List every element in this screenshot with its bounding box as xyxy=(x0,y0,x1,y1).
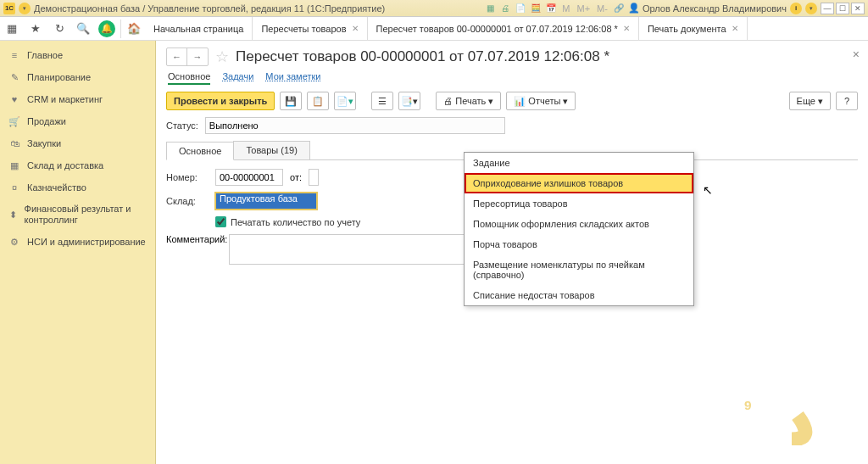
forward-button[interactable]: → xyxy=(187,48,208,65)
toolbar-icon[interactable]: 📅 xyxy=(545,3,557,14)
status-label: Статус: xyxy=(166,120,198,131)
watermark: 9 xyxy=(732,327,851,447)
svg-text:9: 9 xyxy=(744,398,752,412)
tab-recounts[interactable]: Пересчеты товаров✕ xyxy=(253,17,367,40)
sidebar: ≡Главное ✎Планирование ♥CRM и маркетинг … xyxy=(0,41,156,464)
close-icon[interactable]: ✕ xyxy=(352,24,359,33)
number-input[interactable] xyxy=(215,169,283,186)
history-icon[interactable]: ↻ xyxy=(47,20,71,38)
cursor-icon: ↖ xyxy=(703,183,713,197)
warehouse-label: Склад: xyxy=(166,196,209,206)
favorite-icon[interactable]: ★ xyxy=(24,20,47,38)
checkbox-input[interactable] xyxy=(215,216,226,227)
comment-label: Комментарий: xyxy=(166,234,222,244)
status-input[interactable] xyxy=(205,117,505,134)
chart-icon: ⬍ xyxy=(8,209,18,221)
favorite-star-icon[interactable]: ☆ xyxy=(215,48,229,66)
create-based-dropdown: Задание Оприходование излишков товаров П… xyxy=(464,152,694,306)
reports-button[interactable]: 📊 Отчеты ▾ xyxy=(506,92,576,110)
boxes-icon: ▦ xyxy=(8,159,20,171)
save-button[interactable]: 💾 xyxy=(280,92,302,110)
pencil-icon: ✎ xyxy=(8,71,20,83)
sidebar-item-main[interactable]: ≡Главное xyxy=(0,44,155,66)
sidebar-item-sales[interactable]: 🛒Продажи xyxy=(0,110,155,132)
sidebar-item-nsi[interactable]: ⚙НСИ и администрирование xyxy=(0,231,155,253)
toolbar-icon[interactable]: 🧮 xyxy=(530,3,542,14)
minimize-button[interactable]: — xyxy=(821,3,834,14)
subtab-notes[interactable]: Мои заметки xyxy=(265,71,320,85)
menu-item-placement[interactable]: Размещение номенклатуры по ячейкам (спра… xyxy=(465,254,693,285)
tab-print-doc[interactable]: Печать документа✕ xyxy=(639,17,748,40)
sidebar-item-planning[interactable]: ✎Планирование xyxy=(0,66,155,88)
money-icon: ¤ xyxy=(8,182,20,193)
toolbar-icon[interactable]: 🖨 xyxy=(499,3,511,14)
menu-item-surplus[interactable]: Оприходование излишков товаров xyxy=(465,173,693,193)
back-button[interactable]: ← xyxy=(167,48,187,65)
close-icon[interactable]: ✕ xyxy=(623,24,630,33)
copy-button[interactable]: 📑▾ xyxy=(398,92,420,110)
app-icon: 1C xyxy=(3,3,15,14)
subtab-tasks[interactable]: Задачи xyxy=(222,71,253,85)
tab-home[interactable]: Начальная страница xyxy=(145,17,253,40)
menu-item-regrade[interactable]: Пересортица товаров xyxy=(465,193,693,214)
search-icon[interactable]: 🔍 xyxy=(71,20,95,38)
menu-item-wizard[interactable]: Помощник оформления складских актов xyxy=(465,214,693,234)
apps-icon[interactable]: ▦ xyxy=(0,20,24,38)
sidebar-item-warehouse[interactable]: ▦Склад и доставка xyxy=(0,154,155,176)
info-icon[interactable]: i xyxy=(790,3,802,14)
print-button[interactable]: 🖨 Печать ▾ xyxy=(436,92,501,110)
heart-icon: ♥ xyxy=(8,93,20,105)
maximize-button[interactable]: ☐ xyxy=(836,3,849,14)
titlebar: 1C ▾ Демонстрационная база / Управление … xyxy=(0,0,868,17)
link-icon[interactable]: 🔗 xyxy=(613,3,625,14)
content-area: 9 × ← → ☆ Пересчет товаров 00-00000001 о… xyxy=(156,41,868,464)
sidebar-item-treasury[interactable]: ¤Казначейство xyxy=(0,176,155,198)
close-window-button[interactable]: ✕ xyxy=(851,3,865,14)
sidebar-item-finance[interactable]: ⬍Финансовый результат и контроллинг xyxy=(0,198,155,231)
user-name: Орлов Александр Владимирович xyxy=(643,3,787,14)
tab-recount-doc[interactable]: Пересчет товаров 00-00000001 от 07.07.20… xyxy=(368,17,639,40)
menu-icon: ≡ xyxy=(8,49,20,61)
window-title: Демонстрационная база / Управление торго… xyxy=(34,3,385,14)
help-button[interactable]: ? xyxy=(836,92,858,110)
sidebar-item-purchases[interactable]: 🛍Закупки xyxy=(0,132,155,154)
post-button[interactable]: 📋 xyxy=(307,92,329,110)
post-and-close-button[interactable]: Провести и закрыть xyxy=(166,92,275,110)
bag-icon: 🛍 xyxy=(8,137,20,149)
subtab-main[interactable]: Основное xyxy=(168,71,210,85)
date-input[interactable] xyxy=(309,169,319,186)
home-icon[interactable]: 🏠 xyxy=(123,22,145,35)
menu-item-task[interactable]: Задание xyxy=(465,153,693,173)
toolbar-icon[interactable]: ▦ xyxy=(484,3,496,14)
from-label: от: xyxy=(290,172,302,182)
create-based-button[interactable]: 📄▾ xyxy=(334,92,356,110)
subtabs: Основное Задачи Мои заметки xyxy=(166,71,858,85)
close-page-button[interactable]: × xyxy=(853,48,860,61)
app-dropdown-icon[interactable]: ▾ xyxy=(19,3,31,14)
list-button[interactable]: ☰ xyxy=(371,92,393,110)
nav-buttons: ← → xyxy=(166,48,209,66)
user-icon: 👤 xyxy=(628,3,640,14)
m-plus-label[interactable]: M+ xyxy=(577,3,591,14)
formtab-goods[interactable]: Товары (19) xyxy=(233,141,309,159)
number-label: Номер: xyxy=(166,172,209,182)
gear-icon: ⚙ xyxy=(8,236,20,248)
sidebar-item-crm[interactable]: ♥CRM и маркетинг xyxy=(0,88,155,110)
m-label[interactable]: M xyxy=(562,3,570,14)
m-minus-label[interactable]: M- xyxy=(597,3,608,14)
command-bar: Провести и закрыть 💾 📋 📄▾ ☰ 📑▾ 🖨 Печать … xyxy=(166,92,858,110)
user-block[interactable]: 👤 Орлов Александр Владимирович xyxy=(628,3,787,14)
notifications-icon[interactable]: 🔔 xyxy=(95,20,119,38)
toolbar-icon[interactable]: 📄 xyxy=(515,3,526,14)
menu-item-writeoff[interactable]: Списание недостач товаров xyxy=(465,285,693,305)
more-button[interactable]: Еще ▾ xyxy=(789,92,831,110)
main-toolbar: ▦ ★ ↻ 🔍 🔔 🏠 Начальная страница Пересчеты… xyxy=(0,17,868,41)
cart-icon: 🛒 xyxy=(8,115,20,127)
print-qty-checkbox[interactable]: Печатать количество по учету xyxy=(215,216,360,227)
page-title: Пересчет товаров 00-00000001 от 07.07.20… xyxy=(236,48,609,65)
warehouse-input[interactable]: Продуктовая база xyxy=(215,193,317,210)
menu-item-damage[interactable]: Порча товаров xyxy=(465,234,693,254)
formtab-main[interactable]: Основное xyxy=(166,142,234,160)
info-dropdown-icon[interactable]: ▾ xyxy=(805,3,817,14)
close-icon[interactable]: ✕ xyxy=(732,24,738,33)
